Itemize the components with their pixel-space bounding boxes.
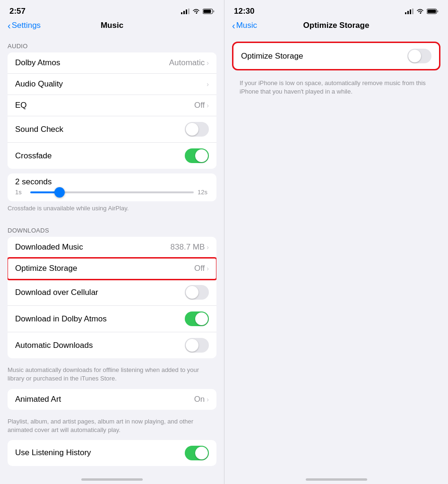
dolby-atmos-row[interactable]: Dolby Atmos Automatic › [8, 52, 216, 74]
downloaded-music-label: Downloaded Music [15, 242, 171, 252]
crossfade-slider-thumb[interactable] [54, 187, 65, 198]
svg-rect-1 [183, 11, 185, 14]
download-dolby-label: Download in Dolby Atmos [15, 314, 185, 324]
download-cellular-toggle[interactable] [185, 285, 209, 300]
optimize-storage-main-row[interactable]: Optimize Storage [233, 43, 439, 69]
left-status-icons [181, 9, 215, 14]
download-dolby-toggle-thumb [195, 312, 208, 325]
optimize-storage-value: Off [194, 264, 205, 273]
right-nav-bar: ‹ Music Optimize Storage [224, 19, 448, 34]
sound-check-label: Sound Check [15, 125, 185, 134]
right-home-indicator [224, 475, 448, 484]
automatic-downloads-toggle-thumb [186, 339, 198, 352]
download-dolby-row[interactable]: Download in Dolby Atmos [8, 306, 216, 332]
left-home-indicator [0, 475, 224, 484]
crossfade-slider-section: 2 seconds 1s 12s [8, 173, 216, 201]
right-content: Optimize Storage If your iPhone is low o… [224, 34, 448, 475]
wifi-icon [192, 9, 200, 14]
svg-rect-3 [188, 9, 190, 14]
download-dolby-toggle[interactable] [185, 311, 209, 326]
left-content: AUDIO Dolby Atmos Automatic › Audio Qual… [0, 34, 224, 475]
optimize-storage-group: Optimize Storage [232, 42, 440, 70]
animated-art-label: Animated Art [15, 395, 194, 404]
left-home-bar [81, 478, 143, 481]
right-back-button[interactable]: ‹ Music [232, 20, 257, 31]
download-cellular-toggle-thumb [186, 286, 198, 299]
audio-settings-group: Dolby Atmos Automatic › Audio Quality › … [8, 52, 216, 169]
optimize-storage-chevron-icon: › [207, 265, 209, 272]
slider-max-label: 12s [198, 189, 209, 196]
crossfade-row[interactable]: Crossfade [8, 143, 216, 169]
downloads-settings-group: Downloaded Music 838.7 MB › Optimize Sto… [8, 237, 216, 358]
download-cellular-label: Download over Cellular [15, 288, 185, 297]
animated-art-group: Animated Art On › [8, 389, 216, 410]
left-back-button[interactable]: ‹ Settings [8, 20, 41, 31]
dolby-atmos-value: Automatic [169, 58, 205, 68]
svg-rect-6 [213, 10, 215, 12]
listening-history-toggle[interactable] [185, 446, 209, 460]
listening-history-row[interactable]: Use Listening History [8, 440, 216, 466]
animated-art-chevron-icon: › [207, 396, 209, 403]
animated-art-note: Playlist, album, and artist pages, album… [0, 415, 224, 440]
svg-rect-2 [186, 9, 187, 14]
audio-section-header: AUDIO [0, 34, 224, 52]
optimize-storage-label: Optimize Storage [15, 264, 194, 273]
left-panel: 2:57 ‹ Set [0, 0, 224, 484]
optimize-storage-section: Optimize Storage [224, 42, 448, 70]
svg-rect-0 [181, 12, 182, 14]
animated-art-row[interactable]: Animated Art On › [8, 389, 216, 410]
crossfade-slider-track[interactable] [30, 191, 194, 193]
audio-quality-chevron-icon: › [207, 80, 209, 88]
eq-value: Off [194, 101, 205, 110]
svg-rect-7 [405, 12, 406, 14]
optimize-storage-row[interactable]: Optimize Storage Off › [8, 258, 216, 279]
eq-label: EQ [15, 101, 194, 110]
download-cellular-row[interactable]: Download over Cellular [8, 279, 216, 306]
audio-quality-label: Audio Quality [15, 79, 207, 89]
svg-rect-10 [412, 9, 414, 14]
right-status-bar: 12:30 [224, 0, 448, 19]
automatic-downloads-toggle[interactable] [185, 338, 209, 353]
animated-art-value: On [194, 395, 205, 404]
left-nav-bar: ‹ Settings Music [0, 19, 224, 34]
right-back-label: Music [236, 21, 257, 30]
crossfade-note: Crossfade is unavailable while using Air… [0, 201, 224, 218]
dolby-atmos-chevron-icon: › [207, 59, 209, 67]
listening-history-group: Use Listening History [8, 440, 216, 466]
crossfade-toggle-thumb [195, 149, 208, 162]
optimize-storage-description: If your iPhone is low on space, automati… [224, 75, 448, 102]
right-back-chevron-icon: ‹ [232, 20, 235, 31]
automatic-downloads-label: Automatic Downloads [15, 341, 185, 350]
slider-row: 1s 12s [15, 189, 209, 196]
sound-check-toggle[interactable] [185, 122, 209, 137]
left-time: 2:57 [9, 7, 26, 16]
slider-min-label: 1s [15, 189, 26, 196]
left-status-bar: 2:57 [0, 0, 224, 19]
crossfade-toggle[interactable] [185, 148, 209, 163]
battery-icon [203, 9, 215, 14]
right-status-icons [405, 9, 439, 14]
svg-rect-8 [407, 11, 409, 14]
sound-check-row[interactable]: Sound Check [8, 116, 216, 143]
right-time: 12:30 [234, 7, 254, 16]
right-nav-title: Optimize Storage [303, 21, 370, 30]
downloaded-music-row[interactable]: Downloaded Music 838.7 MB › [8, 237, 216, 258]
right-home-bar [306, 478, 367, 481]
signal-icon [181, 9, 190, 14]
downloaded-music-chevron-icon: › [207, 243, 209, 251]
svg-rect-12 [428, 10, 436, 13]
optimize-storage-toggle[interactable] [407, 49, 431, 63]
crossfade-label: Crossfade [15, 151, 185, 161]
slider-label: 2 seconds [15, 177, 209, 187]
svg-rect-13 [437, 10, 439, 12]
right-panel: 12:30 ‹ Music Optimize [224, 0, 448, 484]
audio-quality-row[interactable]: Audio Quality › [8, 74, 216, 95]
listening-history-toggle-thumb [195, 447, 208, 459]
eq-row[interactable]: EQ Off › [8, 95, 216, 116]
right-battery-icon [427, 9, 439, 14]
left-back-chevron-icon: ‹ [8, 20, 11, 31]
automatic-downloads-row[interactable]: Automatic Downloads [8, 332, 216, 358]
downloads-section-header: DOWNLOADS [0, 218, 224, 237]
left-back-label: Settings [12, 21, 41, 30]
automatic-downloads-note: Music automatically downloads for offlin… [0, 363, 224, 389]
